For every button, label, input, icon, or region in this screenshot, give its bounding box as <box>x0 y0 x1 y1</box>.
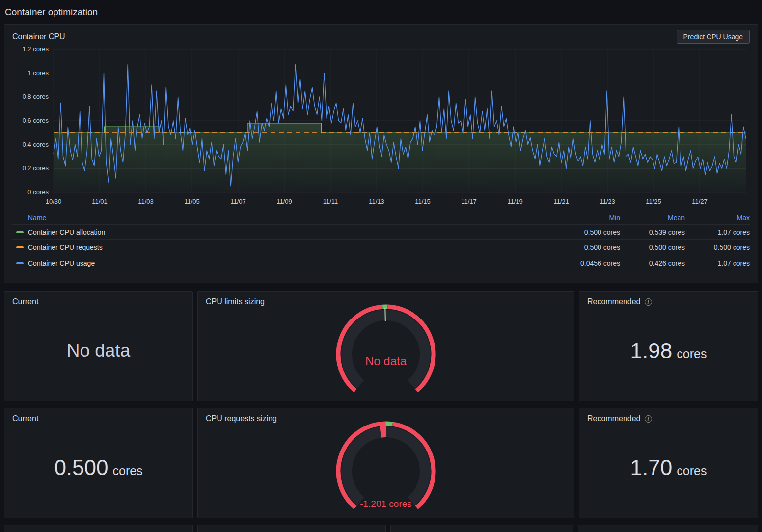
legend-max-usage: 1.07 cores <box>685 259 750 267</box>
current-limits-panel: Current No data <box>4 291 193 401</box>
series-swatch-usage <box>16 262 24 264</box>
cpu-limits-sizing-panel: CPU limits sizing No data <box>197 291 574 401</box>
series-label-allocation[interactable]: Container CPU allocation <box>28 228 105 236</box>
cpu-limits-gauge-value: No data <box>327 354 445 368</box>
cpu-requests-gauge-value: -1.201 cores <box>327 499 445 509</box>
svg-text:11/05: 11/05 <box>184 198 200 205</box>
cpu-requests-gauge[interactable]: -1.201 cores <box>327 421 445 518</box>
current-limits-value: No data <box>67 341 131 361</box>
svg-text:10/30: 10/30 <box>46 198 62 205</box>
svg-text:0.2 cores: 0.2 cores <box>23 164 49 172</box>
recommended-requests-value: 1.70 cores <box>630 455 707 480</box>
svg-text:11/01: 11/01 <box>92 198 108 205</box>
cutoff-panel-1 <box>4 525 193 532</box>
cpu-limits-gauge[interactable]: No data <box>327 304 445 401</box>
current-requests-panel: Current 0.500 cores <box>4 408 193 518</box>
svg-text:11/15: 11/15 <box>415 198 431 205</box>
svg-text:0.8 cores: 0.8 cores <box>23 93 49 100</box>
svg-text:0.6 cores: 0.6 cores <box>23 117 49 124</box>
cpu-requests-sizing-panel: CPU requests sizing -1.201 cores <box>197 408 574 518</box>
legend-row-usage: Container CPU usage 0.0456 cores 0.426 c… <box>12 255 750 270</box>
series-label-usage[interactable]: Container CPU usage <box>28 259 95 267</box>
legend-mean-usage: 0.426 cores <box>620 259 685 267</box>
svg-text:11/11: 11/11 <box>323 198 338 205</box>
series-swatch-allocation <box>16 231 24 233</box>
legend-min-usage: 0.0456 cores <box>555 259 620 267</box>
legend-header-min[interactable]: Min <box>555 214 620 222</box>
legend-row-allocation: Container CPU allocation 0.500 cores 0.5… <box>12 225 750 240</box>
svg-text:11/07: 11/07 <box>230 198 246 205</box>
legend-min-requests: 0.500 cores <box>555 243 620 251</box>
series-swatch-requests <box>16 246 24 248</box>
cutoff-panel-row <box>4 525 758 532</box>
container-cpu-panel: Container CPU Predict CPU Usage 1.2 core… <box>4 24 758 283</box>
panel-title-container-cpu[interactable]: Container CPU <box>12 32 65 41</box>
legend-mean-requests: 0.500 cores <box>620 243 685 251</box>
svg-text:11/27: 11/27 <box>692 198 708 205</box>
recommended-limits-panel: Recommended i 1.98 cores <box>579 291 758 401</box>
legend-mean-allocation: 0.539 cores <box>620 228 685 236</box>
series-label-requests[interactable]: Container CPU requests <box>28 243 103 251</box>
legend-max-allocation: 1.07 cores <box>685 228 750 236</box>
svg-text:11/25: 11/25 <box>646 198 661 205</box>
svg-text:11/21: 11/21 <box>553 198 569 205</box>
container-cpu-panel-header: Container CPU Predict CPU Usage <box>12 28 750 45</box>
legend-header-row: Name Min Mean Max <box>12 211 750 225</box>
cutoff-panel-4 <box>578 525 758 532</box>
svg-text:11/17: 11/17 <box>461 198 477 205</box>
current-requests-value: 0.500 cores <box>54 455 142 480</box>
svg-text:11/03: 11/03 <box>138 198 154 205</box>
recommended-requests-panel: Recommended i 1.70 cores <box>579 408 758 518</box>
recommended-limits-value: 1.98 cores <box>630 339 707 363</box>
legend-min-allocation: 0.500 cores <box>555 228 620 236</box>
svg-text:0 cores: 0 cores <box>27 188 49 196</box>
svg-text:0.4 cores: 0.4 cores <box>23 141 49 148</box>
legend-max-requests: 0.500 cores <box>685 243 750 251</box>
legend-header-mean[interactable]: Mean <box>620 214 685 222</box>
legend-header-max[interactable]: Max <box>685 214 750 222</box>
svg-text:1.2 cores: 1.2 cores <box>23 45 49 53</box>
svg-text:11/23: 11/23 <box>599 198 615 205</box>
predict-cpu-usage-button[interactable]: Predict CPU Usage <box>677 30 750 44</box>
page-title: Container optimization <box>4 0 758 24</box>
legend-row-requests: Container CPU requests 0.500 cores 0.500… <box>12 240 750 255</box>
dashboard-page: Container optimization Container CPU Pre… <box>0 0 762 532</box>
cutoff-panel-3 <box>390 525 573 532</box>
stats-grid: Current No data CPU limits sizing No dat… <box>4 291 758 518</box>
svg-text:11/19: 11/19 <box>507 198 523 205</box>
cutoff-panel-2 <box>197 525 386 532</box>
cpu-time-series-chart[interactable]: 1.2 cores1 cores0.8 cores0.6 cores0.4 co… <box>12 45 750 210</box>
cpu-legend-table: Name Min Mean Max Container CPU allocati… <box>12 211 750 270</box>
svg-text:11/09: 11/09 <box>276 198 292 205</box>
legend-header-name[interactable]: Name <box>12 214 555 222</box>
svg-text:1 cores: 1 cores <box>27 69 49 77</box>
svg-text:11/13: 11/13 <box>369 198 384 205</box>
